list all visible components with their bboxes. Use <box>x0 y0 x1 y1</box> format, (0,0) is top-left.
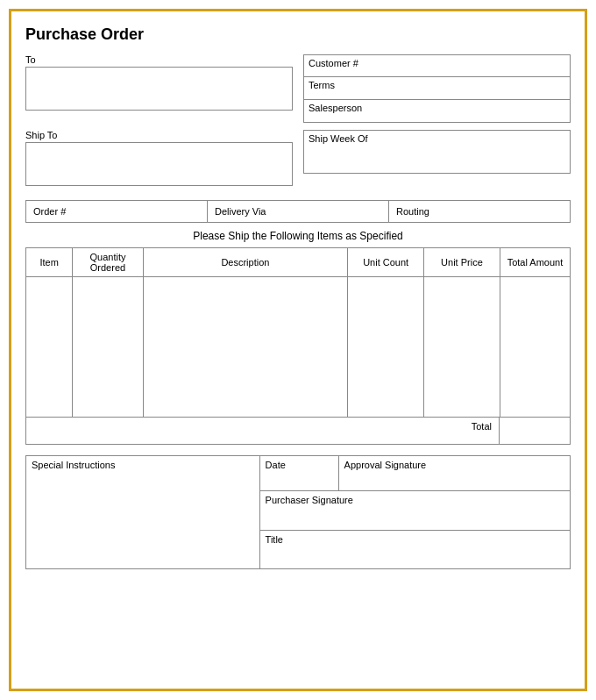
order-number-cell[interactable]: Order # <box>26 201 208 222</box>
right-fields: Customer # Terms Salesperson <box>303 54 571 123</box>
to-input-box[interactable] <box>25 67 293 111</box>
col-header-unit-count: Unit Count <box>348 248 424 277</box>
unit-price-cell[interactable] <box>424 277 500 418</box>
bottom-section: Special Instructions Date Approval Signa… <box>25 455 571 569</box>
routing-cell[interactable]: Routing <box>389 201 570 222</box>
col-header-total-amount: Total Amount <box>500 248 570 277</box>
table-row[interactable] <box>26 277 571 418</box>
order-row: Order # Delivery Via Routing <box>25 200 571 223</box>
customer-label: Customer # <box>309 58 358 68</box>
please-ship-text: Please Ship the Following Items as Speci… <box>25 230 571 242</box>
approval-signature-cell[interactable]: Approval Signature <box>339 456 570 490</box>
col-header-qty: Quantity Ordered <box>73 248 143 277</box>
to-label: To <box>25 54 293 65</box>
terms-label: Terms <box>309 80 335 90</box>
to-left-col: To <box>25 54 293 123</box>
total-value[interactable] <box>500 418 570 444</box>
date-cell[interactable]: Date <box>260 456 339 490</box>
qty-cell[interactable] <box>73 277 143 418</box>
special-instructions-label: Special Instructions <box>32 460 115 470</box>
ship-to-label: Ship To <box>25 130 293 140</box>
item-cell[interactable] <box>26 277 73 418</box>
col-header-item: Item <box>26 248 73 277</box>
purchase-order-page: Purchase Order To Customer # Terms Sales… <box>9 9 587 691</box>
total-amount-cell[interactable] <box>500 277 570 418</box>
ship-week-field[interactable]: Ship Week Of <box>303 130 571 174</box>
order-number-label: Order # <box>33 206 66 217</box>
date-approval-row: Date Approval Signature <box>260 456 570 491</box>
ship-to-left: Ship To <box>25 130 293 193</box>
salesperson-label: Salesperson <box>309 103 362 113</box>
right-bottom-col: Date Approval Signature Purchaser Signat… <box>260 456 570 568</box>
items-table: Item Quantity Ordered Description Unit C… <box>25 247 571 418</box>
right-col: Customer # Terms Salesperson <box>303 54 571 123</box>
salesperson-field[interactable]: Salesperson <box>303 100 571 123</box>
total-label: Total <box>26 418 500 444</box>
ship-week-field-wrapper: Ship Week Of <box>303 130 571 174</box>
unit-count-cell[interactable] <box>348 277 424 418</box>
col-header-desc: Description <box>143 248 348 277</box>
delivery-via-label: Delivery Via <box>215 206 266 217</box>
approval-label: Approval Signature <box>344 460 427 470</box>
desc-cell[interactable] <box>143 277 348 418</box>
title-row[interactable]: Title <box>260 531 570 568</box>
top-section: To Customer # Terms Salesperson <box>25 54 571 123</box>
col-header-unit-price: Unit Price <box>424 248 500 277</box>
purchaser-signature-row[interactable]: Purchaser Signature <box>260 491 570 531</box>
special-instructions-col[interactable]: Special Instructions <box>26 456 260 568</box>
ship-to-section: Ship To Ship Week Of <box>25 130 571 193</box>
date-label: Date <box>266 460 286 470</box>
title-label: Title <box>266 534 283 545</box>
routing-label: Routing <box>396 206 429 217</box>
table-header-row: Item Quantity Ordered Description Unit C… <box>26 248 571 277</box>
purchaser-label: Purchaser Signature <box>266 495 353 505</box>
ship-week-label: Ship Week Of <box>309 133 368 144</box>
page-title: Purchase Order <box>25 25 571 44</box>
total-row: Total <box>25 418 571 445</box>
customer-field[interactable]: Customer # <box>303 54 571 77</box>
delivery-via-cell[interactable]: Delivery Via <box>208 201 389 222</box>
ship-to-input-box[interactable] <box>25 142 293 186</box>
terms-field[interactable]: Terms <box>303 77 571 100</box>
ship-to-right: Ship Week Of <box>303 130 571 193</box>
